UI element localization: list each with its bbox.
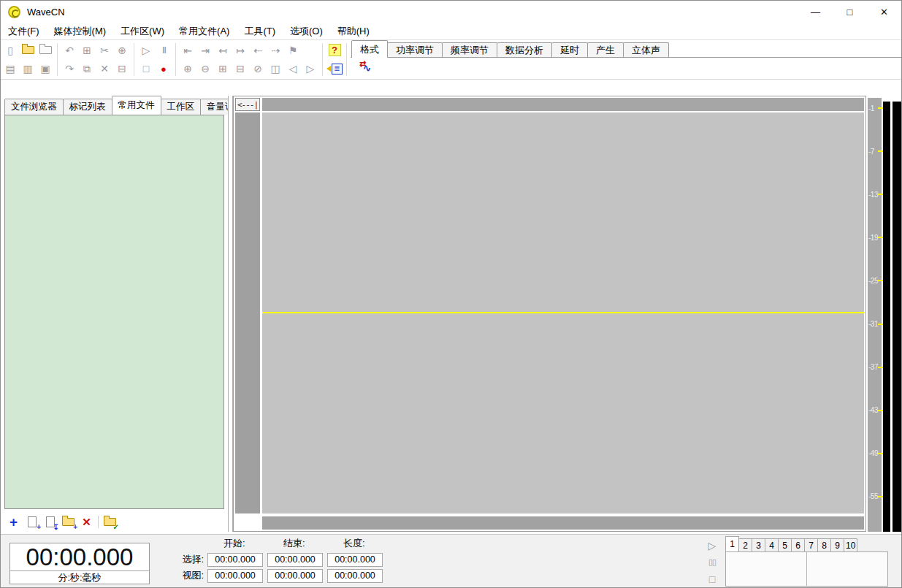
previous-marker-icon[interactable]: ⇠ [249,42,267,58]
stop-icon[interactable]: □ [137,61,155,77]
save-icon[interactable]: ▤ [1,61,19,77]
menu-media-control[interactable]: 媒体控制(M) [47,23,114,39]
level-meter-right [893,102,902,532]
selection-end-value: 00:00.000 [267,553,323,567]
tab-format[interactable]: 格式 [351,40,388,58]
amplitude-scale[interactable]: -1 -7 -13 -19 -25 -31 -37 -43 -49 -55 [868,98,882,532]
tab-generate[interactable]: 产生 [587,42,624,58]
format-convert-icon[interactable]: ⇄ ∿ [359,61,374,74]
next-marker-icon[interactable]: ⇢ [267,42,284,58]
menu-tools[interactable]: 工具(T) [237,23,283,39]
time-ruler[interactable] [262,98,864,111]
window-title: WaveCN [27,7,65,18]
drop-marker-icon[interactable]: ⚑ [284,42,302,58]
panel-splitter[interactable] [228,96,233,532]
delete-icon[interactable]: ✕ [96,61,113,77]
scale-mark: -55 [868,492,882,501]
preset-pause-icon[interactable]: ▯▯ [703,554,721,570]
scale-tick-icon [878,107,883,109]
close-button[interactable]: ✕ [867,1,901,23]
common-files-list[interactable] [4,115,224,509]
tab-amplitude[interactable]: 功率调节 [387,42,443,58]
minimize-button[interactable]: — [798,1,833,23]
collapse-track-header-button[interactable]: <---| [235,98,260,111]
playback-settings-icon[interactable]: ≣ [326,61,343,77]
zoom-out-icon[interactable]: ⊖ [196,61,214,77]
wave-icon: ∿ [363,63,371,74]
preset-tab-6[interactable]: 6 [791,538,805,551]
open-file-icon[interactable] [19,42,37,58]
cursor-to-selection-end-icon[interactable]: ↦ [232,42,249,58]
toolbar-separator [57,43,58,76]
timer-unit-label: 分:秒:毫秒 [10,570,149,584]
add-file-icon[interactable]: + [23,513,41,530]
zoom-to-selection-icon[interactable]: ◫ [267,61,284,77]
waveform-canvas[interactable] [262,112,864,513]
zoom-out-vertical-icon[interactable]: ⊟ [232,61,249,77]
record-icon[interactable]: ● [155,61,172,77]
cursor-to-selection-start-icon[interactable]: ↤ [214,42,232,58]
track-header-strip[interactable] [235,112,260,513]
scale-mark: -37 [868,363,882,372]
import-file-icon[interactable]: ↧ [41,513,59,530]
tab-frequency[interactable]: 频率调节 [442,42,497,58]
add-item-icon[interactable]: + [4,513,23,530]
toolbar-separator [346,43,347,76]
scale-mark: -19 [868,233,882,242]
tab-file-browser[interactable]: 文件浏览器 [4,99,64,115]
paste-insert-icon[interactable]: ⊞ [78,42,96,58]
open-marked-file-icon[interactable]: ✓ [101,513,119,530]
zoom-right-icon[interactable]: ▷ [302,61,319,77]
undo-icon[interactable]: ↶ [61,42,78,58]
preset-tab-1[interactable]: 1 [725,536,739,551]
check-badge-icon: ✓ [113,523,119,531]
horizontal-scrollbar[interactable] [262,516,864,530]
preset-tab-4[interactable]: 4 [765,538,779,551]
preset-tab-7[interactable]: 7 [804,538,818,551]
redo-icon[interactable]: ↷ [61,61,78,77]
add-folder-icon[interactable]: + [59,513,77,530]
paste-new-icon[interactable]: ⊟ [113,61,131,77]
menu-file[interactable]: 文件(F) [1,23,47,39]
preset-tab-8[interactable]: 8 [817,538,831,551]
remove-item-icon[interactable]: ✕ [77,513,96,530]
zoom-reset-icon[interactable]: ⊘ [249,61,267,77]
tab-marker-list[interactable]: 标记列表 [63,99,112,115]
effect-tab-pane: ⇄ ∿ [351,57,901,79]
tab-delay[interactable]: 延时 [551,42,588,58]
effect-tab-row: 格式 功率调节 频率调节 数据分析 延时 产生 立体声 [351,40,901,58]
preset-tab-2[interactable]: 2 [738,538,752,551]
cut-icon[interactable]: ✂ [96,42,113,58]
preset-tab-10[interactable]: 10 [844,538,857,551]
paste-mix-icon[interactable]: ⊕ [113,42,131,58]
preset-stop-icon[interactable]: □ [703,570,721,587]
selection-to-start-icon[interactable]: ⇤ [179,42,196,58]
new-file-icon[interactable]: ▯ [1,42,19,58]
menu-workspace[interactable]: 工作区(W) [113,23,172,39]
tab-analysis[interactable]: 数据分析 [497,42,552,58]
help-icon[interactable]: ? [326,42,343,58]
menu-help[interactable]: 帮助(H) [330,23,377,39]
preset-tab-9[interactable]: 9 [830,538,844,551]
zoom-in-icon[interactable]: ⊕ [179,61,196,77]
save-as-icon[interactable]: ▥ [19,61,37,77]
tab-stereo[interactable]: 立体声 [623,42,669,58]
tab-workspace[interactable]: 工作区 [161,99,202,115]
scale-tick-icon [878,453,883,454]
menu-options[interactable]: 选项(O) [283,23,330,39]
paste-icon[interactable]: ▣ [37,61,54,77]
maximize-button[interactable]: □ [833,1,867,23]
scale-tick-icon [878,324,883,325]
preset-play-icon[interactable]: ▷ [703,537,721,554]
tab-common-files[interactable]: 常用文件 [112,96,161,115]
zoom-left-icon[interactable]: ◁ [284,61,302,77]
selection-to-end-icon[interactable]: ⇥ [196,42,214,58]
preset-tab-5[interactable]: 5 [778,538,792,551]
close-file-icon[interactable] [37,42,54,58]
menu-common-files[interactable]: 常用文件(A) [172,23,237,39]
copy-icon[interactable]: ⧉ [78,61,96,77]
preset-tab-3[interactable]: 3 [752,538,765,551]
zoom-in-vertical-icon[interactable]: ⊞ [214,61,232,77]
pause-icon[interactable]: ‖ [155,42,172,58]
play-icon[interactable]: ▷ [137,42,155,58]
